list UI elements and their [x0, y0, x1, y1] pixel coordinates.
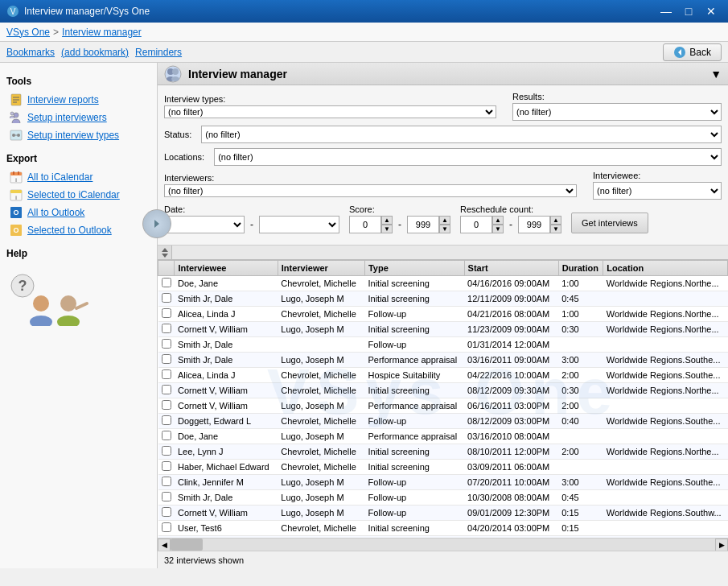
row-checkbox-cell[interactable] [158, 475, 175, 490]
row-checkbox-cell[interactable] [158, 490, 175, 506]
row-checkbox-cell[interactable] [158, 536, 175, 539]
col-location[interactable]: Location [603, 261, 728, 276]
row-checkbox-cell[interactable] [158, 383, 175, 398]
row-checkbox[interactable] [162, 431, 171, 440]
table-row[interactable]: Cornett V, William Chevrolet, Michelle I… [158, 383, 728, 398]
row-checkbox-cell[interactable] [158, 444, 175, 460]
table-row[interactable]: Smith Jr, Dale Lugo, Joseph M Initial sc… [158, 291, 728, 307]
table-row[interactable]: Alicea, Linda J Chevrolet, Michelle Hosp… [158, 368, 728, 383]
row-checkbox[interactable] [162, 400, 171, 410]
minimize-button[interactable]: — [656, 3, 677, 19]
locations-select[interactable]: (no filter) [214, 148, 722, 166]
score-to-spinbox[interactable]: ▲ ▼ [407, 216, 450, 233]
reschedule-to-down[interactable]: ▼ [550, 225, 561, 233]
score-to-up[interactable]: ▲ [439, 216, 450, 225]
close-button[interactable]: ✕ [701, 3, 722, 19]
table-row[interactable]: Doe, Jane Lugo, Joseph M Performance app… [158, 429, 728, 444]
row-checkbox[interactable] [162, 507, 171, 517]
table-container[interactable]: VSys One Interviewee Interviewer [158, 246, 728, 538]
table-row[interactable]: Doggett, Edward L Chevrolet, Michelle Fo… [158, 414, 728, 429]
row-checkbox[interactable] [162, 324, 171, 333]
status-select[interactable]: (no filter) [201, 126, 722, 143]
table-row[interactable]: Cornett V, William Lugo, Joseph M Follow… [158, 506, 728, 521]
reschedule-from-input[interactable] [460, 216, 492, 233]
date-from-select[interactable] [164, 216, 245, 233]
date-to-select[interactable] [259, 216, 339, 233]
results-select[interactable]: (no filter) [512, 103, 722, 121]
sidebar-item-all-to-outlook[interactable]: O All to Outlook [6, 204, 150, 221]
reschedule-from-down[interactable]: ▼ [492, 225, 504, 233]
table-row[interactable]: Cornett V, William Lugo, Joseph M Initia… [158, 322, 728, 337]
sidebar-item-selected-to-icalendar[interactable]: i Selected to iCalendar [6, 187, 150, 203]
table-row[interactable]: Lee, Lynn J Chevrolet, Michelle Initial … [158, 444, 728, 460]
row-checkbox-cell[interactable] [158, 322, 175, 337]
score-from-up[interactable]: ▲ [381, 216, 393, 225]
scroll-thumb[interactable] [171, 539, 203, 551]
table-row[interactable]: Cornett V, William Lugo, Joseph M Perfor… [158, 398, 728, 414]
row-checkbox-cell[interactable] [158, 506, 175, 521]
row-checkbox[interactable] [162, 477, 171, 486]
row-checkbox[interactable] [162, 369, 171, 379]
score-to-input[interactable] [407, 216, 439, 233]
table-row[interactable]: User, Test6 Chevrolet, Michelle Initial … [158, 521, 728, 536]
row-checkbox-cell[interactable] [158, 414, 175, 429]
interview-types-select[interactable]: (no filter) [164, 105, 496, 118]
panel-menu-button[interactable]: ▼ [710, 68, 722, 80]
maximize-button[interactable]: □ [678, 3, 699, 19]
row-checkbox[interactable] [162, 415, 171, 425]
reschedule-to-up[interactable]: ▲ [550, 216, 561, 225]
row-checkbox-cell[interactable] [158, 398, 175, 414]
scroll-right-button[interactable]: ▶ [715, 539, 728, 551]
table-row[interactable]: Cornett V, William Follow-up 12/30/2015 … [158, 536, 728, 539]
row-checkbox[interactable] [162, 308, 171, 318]
row-checkbox[interactable] [162, 522, 171, 532]
reschedule-to-input[interactable] [518, 216, 550, 233]
row-checkbox-cell[interactable] [158, 337, 175, 353]
sidebar-toggle-arrow[interactable] [142, 209, 171, 238]
row-checkbox-cell[interactable] [158, 291, 175, 307]
row-checkbox[interactable] [162, 446, 171, 456]
table-row[interactable]: Smith Jr, Dale Lugo, Joseph M Performanc… [158, 353, 728, 368]
get-interviews-button[interactable]: Get interviews [571, 213, 648, 233]
reschedule-from-up[interactable]: ▲ [492, 216, 504, 225]
col-interviewee[interactable]: Interviewee [175, 261, 278, 276]
scroll-left-button[interactable]: ◀ [158, 539, 171, 551]
table-row[interactable]: Smith Jr, Dale Follow-up 01/31/2014 12:0… [158, 337, 728, 353]
col-interviewer[interactable]: Interviewer [278, 261, 364, 276]
row-checkbox-cell[interactable] [158, 460, 175, 475]
reminders-link[interactable]: Reminders [135, 47, 182, 58]
interviewers-select[interactable]: (no filter) [164, 184, 577, 197]
col-duration[interactable]: Duration [558, 261, 603, 276]
score-from-spinbox[interactable]: ▲ ▼ [349, 216, 393, 233]
score-from-input[interactable] [349, 216, 381, 233]
interviewee-select[interactable]: (no filter) [593, 182, 722, 200]
bookmarks-link[interactable]: Bookmarks [6, 47, 55, 58]
row-checkbox-cell[interactable] [158, 353, 175, 368]
horizontal-scrollbar[interactable]: ◀ ▶ [158, 538, 728, 551]
sidebar-item-setup-interview-types[interactable]: Setup interview types [6, 127, 150, 143]
sidebar-item-interview-reports[interactable]: Interview reports [6, 92, 150, 108]
row-checkbox-cell[interactable] [158, 307, 175, 322]
table-row[interactable]: Alicea, Linda J Chevrolet, Michelle Foll… [158, 307, 728, 322]
add-bookmark-link[interactable]: (add bookmark) [61, 47, 129, 58]
reschedule-to-spinbox[interactable]: ▲ ▼ [518, 216, 561, 233]
table-row[interactable]: Clink, Jennifer M Lugo, Joseph M Follow-… [158, 475, 728, 490]
reschedule-from-spinbox[interactable]: ▲ ▼ [460, 216, 504, 233]
row-checkbox[interactable] [162, 385, 171, 394]
sort-indicator[interactable] [158, 246, 172, 259]
row-checkbox[interactable] [162, 278, 171, 287]
row-checkbox[interactable] [162, 339, 171, 349]
score-from-down[interactable]: ▼ [381, 225, 393, 233]
scroll-track[interactable] [171, 539, 715, 551]
col-start[interactable]: Start [464, 261, 558, 276]
sidebar-item-setup-interviewers[interactable]: Setup interviewers [6, 109, 150, 126]
row-checkbox-cell[interactable] [158, 276, 175, 291]
row-checkbox-cell[interactable] [158, 429, 175, 444]
col-type[interactable]: Type [364, 261, 464, 276]
row-checkbox[interactable] [162, 293, 171, 303]
row-checkbox[interactable] [162, 461, 171, 471]
table-row[interactable]: Smith Jr, Dale Lugo, Joseph M Follow-up … [158, 490, 728, 506]
sidebar-item-selected-to-outlook[interactable]: O Selected to Outlook [6, 222, 150, 238]
row-checkbox[interactable] [162, 492, 171, 501]
row-checkbox[interactable] [162, 354, 171, 364]
